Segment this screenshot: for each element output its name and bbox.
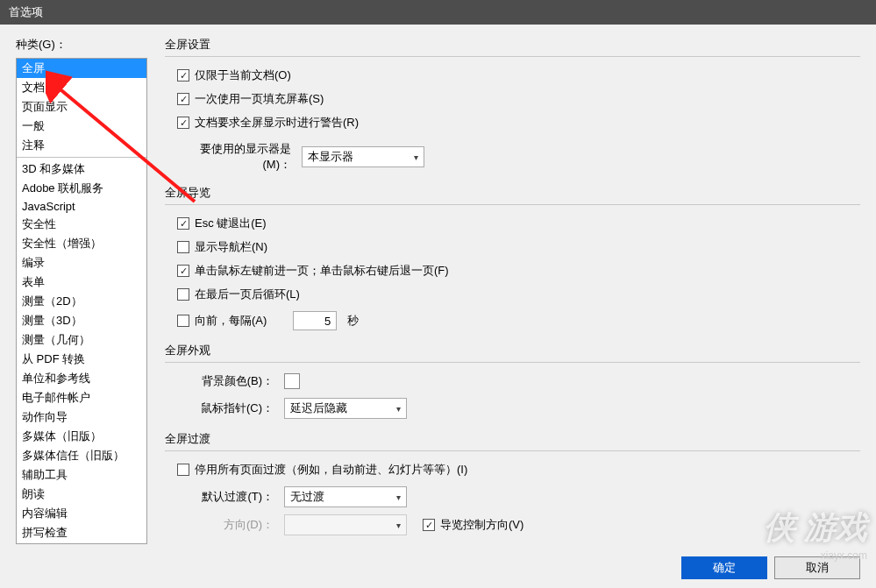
category-item[interactable]: 拼写检查 <box>17 523 146 542</box>
category-item[interactable]: 一般 <box>17 117 146 136</box>
category-label: 种类(G)： <box>16 37 147 53</box>
label-mouse-nav: 单击鼠标左键前进一页；单击鼠标右键后退一页(F) <box>195 263 449 279</box>
checkbox-current-doc-only[interactable] <box>177 69 189 81</box>
fieldset-title: 全屏导览 <box>165 185 860 201</box>
label-warn-fullscreen: 文档要求全屏显示时进行警告(R) <box>195 115 359 131</box>
window-title: 首选项 <box>9 5 43 18</box>
chevron-down-icon: ▾ <box>414 152 418 162</box>
category-item[interactable]: JavaScript <box>17 198 146 215</box>
chevron-down-icon: ▾ <box>396 521 401 530</box>
label-nav-control-direction: 导览控制方向(V) <box>440 517 523 533</box>
cancel-button[interactable]: 取消 <box>774 556 860 579</box>
category-item[interactable]: 电子邮件帐户 <box>17 388 146 407</box>
category-item[interactable]: 页面显示 <box>17 97 146 117</box>
label-cursor: 鼠标指针(C)： <box>177 400 274 416</box>
checkbox-warn-fullscreen[interactable] <box>177 117 189 129</box>
category-item[interactable]: 文档 <box>17 78 146 97</box>
dialog-buttons: 确定 取消 <box>681 556 860 579</box>
checkbox-nav-control-direction[interactable] <box>423 519 435 531</box>
category-item[interactable]: 编录 <box>17 253 146 273</box>
category-item[interactable]: 多媒体（旧版） <box>17 427 146 446</box>
label-auto-advance: 向前，每隔(A) <box>195 313 267 329</box>
checkbox-mouse-nav[interactable] <box>177 265 189 277</box>
ok-button[interactable]: 确定 <box>681 556 767 579</box>
label-seconds: 秒 <box>347 313 359 329</box>
content-area: 种类(G)： 全屏文档页面显示一般注释3D 和多媒体Adobe 联机服务Java… <box>0 25 876 588</box>
label-default-transition: 默认过渡(T)： <box>177 489 274 505</box>
category-item[interactable]: 测量（几何） <box>17 330 146 350</box>
select-direction: ▾ <box>284 514 407 535</box>
label-show-navbar: 显示导航栏(N) <box>195 239 267 255</box>
category-item[interactable]: 多媒体信任（旧版） <box>17 446 146 465</box>
select-monitor[interactable]: 本显示器 ▾ <box>302 146 424 167</box>
category-item[interactable]: 辅助工具 <box>17 465 146 485</box>
fieldset-fullscreen-appearance: 全屏外观 背景颜色(B)： 鼠标指针(C)： 延迟后隐藏 ▾ <box>165 343 860 419</box>
category-separator <box>17 157 146 158</box>
category-item[interactable]: 内容编辑 <box>17 504 146 523</box>
fieldset-fullscreen-settings: 全屏设置 仅限于当前文档(O) 一次使用一页填充屏幕(S) 文档要求全屏显示时进… <box>165 37 860 173</box>
label-monitor: 要使用的显示器是(M)： <box>177 141 291 173</box>
checkbox-show-navbar[interactable] <box>177 241 189 253</box>
category-column: 种类(G)： 全屏文档页面显示一般注释3D 和多媒体Adobe 联机服务Java… <box>16 37 147 588</box>
checkbox-loop-last[interactable] <box>177 288 189 301</box>
category-item[interactable]: 表单 <box>17 273 146 292</box>
window-titlebar: 首选项 <box>0 0 876 25</box>
select-cursor[interactable]: 延迟后隐藏 ▾ <box>284 398 407 419</box>
category-list[interactable]: 全屏文档页面显示一般注释3D 和多媒体Adobe 联机服务JavaScript安… <box>16 58 147 544</box>
category-item[interactable]: 安全性（增强） <box>17 234 146 253</box>
settings-panel: 全屏设置 仅限于当前文档(O) 一次使用一页填充屏幕(S) 文档要求全屏显示时进… <box>147 37 860 588</box>
category-item[interactable]: 朗读 <box>17 485 146 504</box>
category-item[interactable]: 安全性 <box>17 215 146 234</box>
label-disable-transitions: 停用所有页面过渡（例如，自动前进、幻灯片等等）(I) <box>195 462 467 478</box>
fieldset-fullscreen-nav: 全屏导览 Esc 键退出(E) 显示导航栏(N) 单击鼠标左键前进一页；单击鼠标… <box>165 185 860 330</box>
label-direction: 方向(D)： <box>177 517 274 533</box>
fieldset-title: 全屏过渡 <box>165 431 860 447</box>
checkbox-disable-transitions[interactable] <box>177 464 189 476</box>
category-item[interactable]: 测量（2D） <box>17 292 146 311</box>
category-item[interactable]: 测量（3D） <box>17 311 146 330</box>
fieldset-title: 全屏外观 <box>165 343 860 358</box>
select-monitor-value: 本显示器 <box>308 149 353 165</box>
select-cursor-value: 延迟后隐藏 <box>290 400 347 416</box>
category-item[interactable]: 全屏 <box>17 59 146 78</box>
category-item[interactable]: 动作向导 <box>17 407 146 427</box>
label-bg-color: 背景颜色(B)： <box>177 373 274 389</box>
label-current-doc-only: 仅限于当前文档(O) <box>195 67 291 83</box>
category-item[interactable]: 3D 和多媒体 <box>17 159 146 179</box>
category-item[interactable]: 注释 <box>17 136 146 155</box>
select-default-transition[interactable]: 无过渡 ▾ <box>284 486 407 507</box>
color-picker-bg[interactable] <box>284 373 300 389</box>
label-esc-exit: Esc 键退出(E) <box>195 216 267 231</box>
label-loop-last: 在最后一页后循环(L) <box>195 287 300 302</box>
label-fill-screen: 一次使用一页填充屏幕(S) <box>195 91 324 107</box>
chevron-down-icon: ▾ <box>396 492 401 502</box>
category-item[interactable]: 签名 <box>17 542 146 544</box>
category-item[interactable]: 从 PDF 转换 <box>17 350 146 369</box>
input-advance-interval[interactable]: 5 <box>293 311 337 330</box>
checkbox-esc-exit[interactable] <box>177 217 189 230</box>
category-item[interactable]: 单位和参考线 <box>17 369 146 388</box>
fieldset-fullscreen-transition: 全屏过渡 停用所有页面过渡（例如，自动前进、幻灯片等等）(I) 默认过渡(T)：… <box>165 431 860 535</box>
checkbox-auto-advance[interactable] <box>177 315 189 327</box>
checkbox-fill-screen[interactable] <box>177 93 189 105</box>
select-default-transition-value: 无过渡 <box>290 489 324 505</box>
fieldset-title: 全屏设置 <box>165 37 860 53</box>
chevron-down-icon: ▾ <box>396 404 401 414</box>
category-item[interactable]: Adobe 联机服务 <box>17 179 146 198</box>
